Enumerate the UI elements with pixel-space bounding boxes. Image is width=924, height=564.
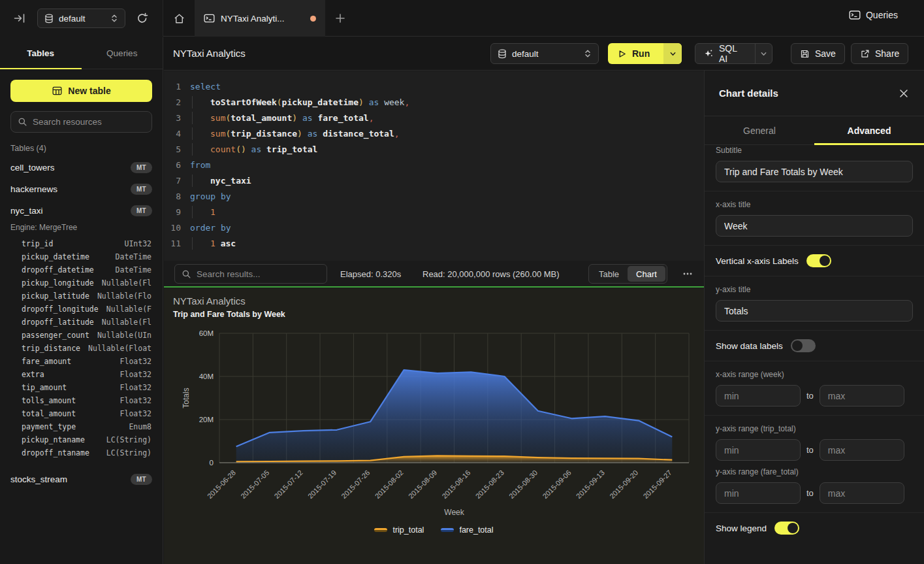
data-labels-toggle[interactable] [791,339,816,352]
results-search-input[interactable] [197,269,320,279]
show-legend-toggle[interactable] [774,522,799,535]
sidebar-search[interactable] [10,111,152,133]
x-tick-label: 2015-06-28 [206,469,237,500]
table-name: nyc_taxi [10,206,131,216]
editor-line: 1select [164,78,704,94]
chart-legend: trip_totalfare_total [164,525,704,535]
search-icon [182,269,191,279]
tab-advanced[interactable]: Advanced [814,116,924,144]
collapse-sidebar-icon[interactable] [13,12,26,25]
query-database-value: default [512,49,579,59]
column-row[interactable]: passenger_countNullable(UIn [0,329,163,342]
xrange-label: x-axis range (week) [716,370,913,379]
x-tick-label: 2015-08-02 [374,469,405,500]
column-name: tolls_amount [22,396,120,405]
column-row[interactable]: fare_amountFloat32 [0,355,163,368]
code-text: toStartOfWeek(pickup_datetime) as week, [190,97,409,107]
column-row[interactable]: total_amountFloat32 [0,407,163,420]
table-view-tab[interactable]: Table [590,266,628,282]
y-tick-label: 60M [199,329,214,337]
save-button[interactable]: Save [791,43,845,64]
sidebar-search-input[interactable] [33,117,145,127]
new-tab-icon[interactable] [333,11,347,25]
sql-ai-button[interactable]: SQL AI [695,43,773,64]
code-text: sum(total_amount) as fare_total, [190,113,374,123]
query-tab[interactable]: NYTaxi Analyti... [195,0,325,37]
legend-item-fare_total[interactable]: fare_total [441,525,493,535]
column-row[interactable]: tip_amountFloat32 [0,381,163,394]
legend-item-trip_total[interactable]: trip_total [374,525,424,535]
column-row[interactable]: extraFloat32 [0,368,163,381]
yrange-trip-max-input[interactable] [828,445,896,456]
editor-line: 10order by [164,220,704,235]
run-button[interactable]: Run [608,43,682,64]
code-text: count() as trip_total [190,144,317,154]
close-icon[interactable] [898,88,910,99]
column-row[interactable]: dropoff_ntanameLC(String) [0,446,163,459]
table-engine: Engine: MergeTree [0,222,163,237]
database-selector[interactable]: default [37,8,125,28]
column-row[interactable]: dropoff_datetimeDateTime [0,263,163,276]
sql-editor[interactable]: 1select2toStartOfWeek(pickup_datetime) a… [164,71,704,261]
divider [705,512,924,513]
refresh-icon[interactable] [135,10,150,26]
divider [705,191,924,191]
table-icon [52,86,63,96]
column-row[interactable]: trip_distanceNullable(Float [0,342,163,355]
yrange-trip-min-input[interactable] [724,445,792,456]
line-number: 5 [164,144,181,154]
xrange-min-input[interactable] [724,391,792,401]
subtitle-field [716,161,913,182]
yrange-fare-min-input[interactable] [724,488,792,499]
subtitle-input[interactable] [724,167,904,177]
column-row[interactable]: dropoff_longitudeNullable(F [0,303,163,316]
column-row[interactable]: tolls_amountFloat32 [0,394,163,407]
sidebar-tab-queries[interactable]: Queries [82,37,163,69]
vertical-labels-row: Vertical x-axis Labels [716,254,913,267]
table-row[interactable]: stocks_streamMT [0,469,163,490]
yrange-trip-row: to [716,439,913,461]
yaxis-title-input[interactable] [724,306,904,316]
data-labels-label: Show data labels [716,341,783,351]
queries-console-icon [849,10,861,20]
table-row[interactable]: hackernewsMT [0,178,163,200]
query-database-selector[interactable]: default [490,43,599,64]
column-type: Nullable(UIn [97,331,151,340]
yrange-fare-max-input[interactable] [828,488,896,499]
results-search[interactable] [174,264,327,284]
code-text: group by [190,191,231,201]
home-icon[interactable] [171,10,187,26]
column-row[interactable]: pickup_latitudeNullable(Flo [0,290,163,303]
new-table-button[interactable]: New table [10,80,152,102]
more-options-icon[interactable] [682,269,693,279]
result-view-toggle: Table Chart [588,264,667,284]
legend-swatch [374,528,387,532]
column-type: Nullable(Fl [102,318,151,327]
divider [705,330,924,331]
table-row[interactable]: nyc_taxiMT [0,200,163,222]
column-row[interactable]: payment_typeEnum8 [0,420,163,433]
table-row[interactable]: cell_towersMT [0,157,163,178]
column-type: DateTime [116,252,151,261]
xaxis-title-input[interactable] [724,221,904,231]
vertical-labels-toggle[interactable] [806,254,831,267]
sql-ai-caret[interactable] [755,44,772,63]
chart-details-panel: Chart details General Advanced Subtitle … [704,71,924,564]
code-text: nyc_taxi [190,176,251,186]
share-button[interactable]: Share [851,43,908,64]
column-row[interactable]: dropoff_latitudeNullable(Fl [0,316,163,329]
run-options-caret[interactable] [663,43,682,64]
xrange-max-input[interactable] [828,391,896,401]
chart-details-tabs: General Advanced [705,116,924,145]
queries-button[interactable]: Queries [849,10,898,20]
yaxis-title-field [716,300,913,322]
column-row[interactable]: pickup_ntanameLC(String) [0,433,163,446]
column-row[interactable]: pickup_datetimeDateTime [0,250,163,263]
column-row[interactable]: trip_idUInt32 [0,237,163,250]
column-row[interactable]: pickup_longitudeNullable(Fl [0,276,163,290]
elapsed-stat: Elapsed: 0.320s [340,269,401,279]
column-name: total_amount [22,409,120,418]
chart-view-tab[interactable]: Chart [628,266,665,282]
tab-general[interactable]: General [705,116,814,144]
sidebar-tab-tables[interactable]: Tables [0,37,82,69]
